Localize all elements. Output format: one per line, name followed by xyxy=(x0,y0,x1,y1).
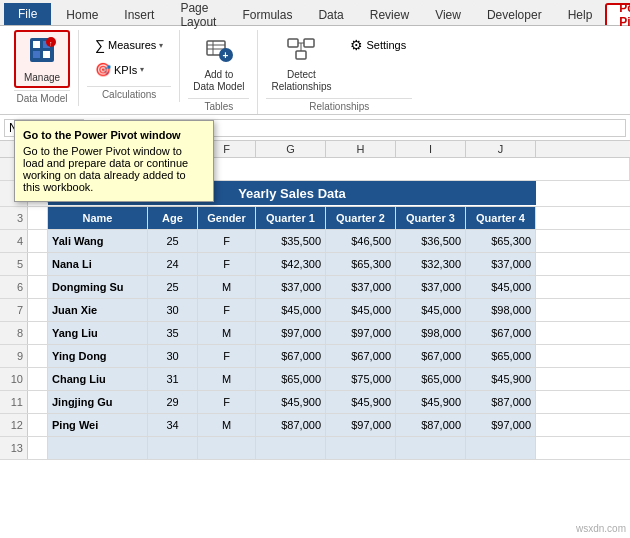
cell-8-col3[interactable]: $97,000 xyxy=(256,322,326,344)
cell-4-col3[interactable]: $35,500 xyxy=(256,230,326,252)
tab-data[interactable]: Data xyxy=(305,3,356,25)
ribbon-group-tables: + Add toData Model Tables xyxy=(180,30,258,114)
cell-12-col2[interactable]: M xyxy=(198,414,256,436)
cell-9-col1[interactable]: 30 xyxy=(148,345,198,367)
cell-11-col5[interactable]: $45,900 xyxy=(396,391,466,413)
cell-12-col5[interactable]: $87,000 xyxy=(396,414,466,436)
cell-6-col3[interactable]: $37,000 xyxy=(256,276,326,298)
cell-5-col0[interactable]: Nana Li xyxy=(48,253,148,275)
cell-13-name[interactable] xyxy=(48,437,148,459)
cell-7-col3[interactable]: $45,000 xyxy=(256,299,326,321)
manage-button[interactable]: ↑ Manage xyxy=(14,30,70,88)
cell-12-col6[interactable]: $97,000 xyxy=(466,414,536,436)
cell-7-col1[interactable]: 30 xyxy=(148,299,198,321)
cell-5-col5[interactable]: $32,300 xyxy=(396,253,466,275)
cell-12-col0[interactable]: Ping Wei xyxy=(48,414,148,436)
cell-7-c[interactable] xyxy=(28,299,48,321)
cell-11-col0[interactable]: Jingjing Gu xyxy=(48,391,148,413)
tab-developer[interactable]: Developer xyxy=(474,3,555,25)
tab-file[interactable]: File xyxy=(4,3,51,25)
cell-10-col0[interactable]: Chang Liu xyxy=(48,368,148,390)
cell-11-c[interactable] xyxy=(28,391,48,413)
cell-12-col4[interactable]: $97,000 xyxy=(326,414,396,436)
cell-8-col0[interactable]: Yang Liu xyxy=(48,322,148,344)
cell-6-col5[interactable]: $37,000 xyxy=(396,276,466,298)
cell-13-gender[interactable] xyxy=(198,437,256,459)
cell-4-col6[interactable]: $65,300 xyxy=(466,230,536,252)
cell-11-col2[interactable]: F xyxy=(198,391,256,413)
cell-11-col4[interactable]: $45,900 xyxy=(326,391,396,413)
cell-10-col2[interactable]: M xyxy=(198,368,256,390)
cell-9-col2[interactable]: F xyxy=(198,345,256,367)
cell-4-col4[interactable]: $46,500 xyxy=(326,230,396,252)
cell-3-c[interactable] xyxy=(28,207,48,229)
kpis-button[interactable]: 🎯 KPIs ▾ xyxy=(89,59,150,80)
cell-9-c[interactable] xyxy=(28,345,48,367)
cell-9-col5[interactable]: $67,000 xyxy=(396,345,466,367)
cell-12-col3[interactable]: $87,000 xyxy=(256,414,326,436)
cell-6-col4[interactable]: $37,000 xyxy=(326,276,396,298)
cell-11-col1[interactable]: 29 xyxy=(148,391,198,413)
cell-6-col1[interactable]: 25 xyxy=(148,276,198,298)
cell-4-col2[interactable]: F xyxy=(198,230,256,252)
cell-8-col2[interactable]: M xyxy=(198,322,256,344)
cell-11-col6[interactable]: $87,000 xyxy=(466,391,536,413)
cell-4-col1[interactable]: 25 xyxy=(148,230,198,252)
cell-8-col4[interactable]: $97,000 xyxy=(326,322,396,344)
cell-9-col3[interactable]: $67,000 xyxy=(256,345,326,367)
tab-page-layout[interactable]: Page Layout xyxy=(167,3,229,25)
cell-7-col6[interactable]: $98,000 xyxy=(466,299,536,321)
cell-9-col6[interactable]: $65,000 xyxy=(466,345,536,367)
cell-13-q3[interactable] xyxy=(396,437,466,459)
cell-8-c[interactable] xyxy=(28,322,48,344)
cell-4-col0[interactable]: Yali Wang xyxy=(48,230,148,252)
cell-8-col5[interactable]: $98,000 xyxy=(396,322,466,344)
cell-13-q1[interactable] xyxy=(256,437,326,459)
cell-11-col3[interactable]: $45,900 xyxy=(256,391,326,413)
tab-formulas[interactable]: Formulas xyxy=(229,3,305,25)
cell-7-col4[interactable]: $45,000 xyxy=(326,299,396,321)
measures-button[interactable]: ∑ Measures ▾ xyxy=(89,34,169,56)
cell-7-col0[interactable]: Juan Xie xyxy=(48,299,148,321)
cell-9-col0[interactable]: Ying Dong xyxy=(48,345,148,367)
cell-13-q2[interactable] xyxy=(326,437,396,459)
cell-10-col5[interactable]: $65,000 xyxy=(396,368,466,390)
cell-10-c[interactable] xyxy=(28,368,48,390)
cell-7-col5[interactable]: $45,000 xyxy=(396,299,466,321)
cell-5-c[interactable] xyxy=(28,253,48,275)
settings-button[interactable]: ⚙ Settings xyxy=(344,34,412,56)
cell-6-c[interactable] xyxy=(28,276,48,298)
cell-13-q4[interactable] xyxy=(466,437,536,459)
tab-insert[interactable]: Insert xyxy=(111,3,167,25)
cell-12-c[interactable] xyxy=(28,414,48,436)
cell-9-col4[interactable]: $67,000 xyxy=(326,345,396,367)
tab-review[interactable]: Review xyxy=(357,3,422,25)
cell-8-col1[interactable]: 35 xyxy=(148,322,198,344)
tab-power-pivot[interactable]: Power Pivot xyxy=(605,3,630,25)
cell-10-col4[interactable]: $75,000 xyxy=(326,368,396,390)
cell-6-col2[interactable]: M xyxy=(198,276,256,298)
tab-view[interactable]: View xyxy=(422,3,474,25)
cell-10-col1[interactable]: 31 xyxy=(148,368,198,390)
tooltip-body: Go to the Power Pivot window to load and… xyxy=(23,145,205,193)
cell-12-col1[interactable]: 34 xyxy=(148,414,198,436)
cell-4-col5[interactable]: $36,500 xyxy=(396,230,466,252)
cell-5-col4[interactable]: $65,300 xyxy=(326,253,396,275)
cell-5-col1[interactable]: 24 xyxy=(148,253,198,275)
add-to-data-model-button[interactable]: + Add toData Model xyxy=(188,30,249,96)
detect-button[interactable]: DetectRelationships xyxy=(266,30,336,96)
cell-13-age[interactable] xyxy=(148,437,198,459)
cell-6-col6[interactable]: $45,000 xyxy=(466,276,536,298)
cell-5-col2[interactable]: F xyxy=(198,253,256,275)
cell-10-col3[interactable]: $65,000 xyxy=(256,368,326,390)
cell-6-col0[interactable]: Dongming Su xyxy=(48,276,148,298)
cell-10-col6[interactable]: $45,900 xyxy=(466,368,536,390)
cell-5-col6[interactable]: $37,000 xyxy=(466,253,536,275)
tab-home[interactable]: Home xyxy=(53,3,111,25)
cell-8-col6[interactable]: $67,000 xyxy=(466,322,536,344)
cell-7-col2[interactable]: F xyxy=(198,299,256,321)
cell-13-c[interactable] xyxy=(28,437,48,459)
cell-4-c[interactable] xyxy=(28,230,48,252)
cell-5-col3[interactable]: $42,300 xyxy=(256,253,326,275)
tab-help[interactable]: Help xyxy=(555,3,606,25)
